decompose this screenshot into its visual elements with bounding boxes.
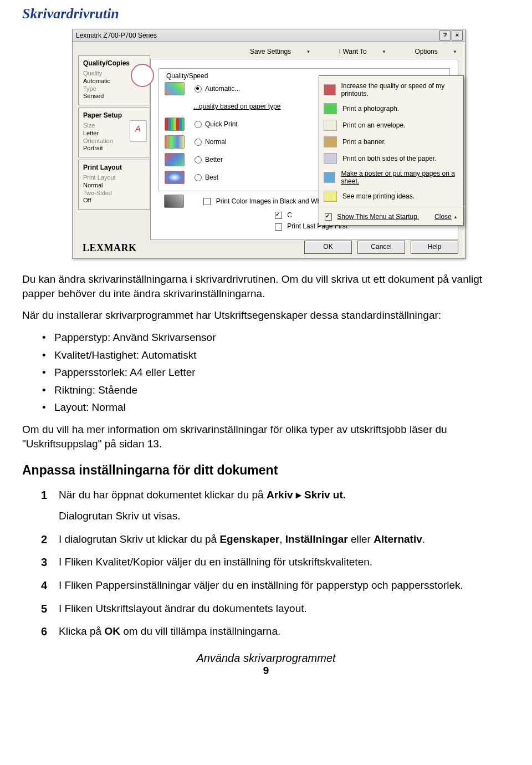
label-twosided: Two-Sided bbox=[83, 190, 145, 197]
printer-dialog: Lexmark Z700-P700 Series ? × Save Settin… bbox=[72, 29, 466, 259]
page-number: 9 bbox=[22, 665, 510, 677]
overlay-item-print-envelope[interactable]: Print on an envelope. bbox=[319, 117, 463, 134]
overlay-item-increase-quality[interactable]: Increase the quality or speed of my prin… bbox=[319, 79, 463, 100]
bullet-list: Papperstyp: Använd Skrivarsensor Kvalite… bbox=[39, 330, 510, 415]
label-layout: Print Layout bbox=[83, 174, 145, 182]
quality-swatch-icon bbox=[165, 118, 185, 131]
value-twosided: Off bbox=[83, 197, 145, 205]
tab-print-layout[interactable]: Print Layout Print Layout Normal Two-Sid… bbox=[78, 160, 150, 210]
tab-title: Print Layout bbox=[83, 164, 145, 172]
banner-icon bbox=[324, 136, 337, 147]
dialog-title: Lexmark Z700-P700 Series bbox=[75, 32, 438, 39]
step-3: I Fliken Kvalitet/Kopior väljer du en in… bbox=[39, 555, 510, 569]
options-menu[interactable]: Options ▼ bbox=[401, 48, 457, 55]
checkbox-show-startup-label: Show This Menu at Startup. bbox=[337, 213, 419, 221]
lexmark-logo: LEXMARK bbox=[83, 242, 137, 254]
photo-icon bbox=[324, 103, 337, 114]
tab-title: Paper Setup bbox=[83, 111, 145, 120]
checkbox-partial-label: C bbox=[287, 211, 292, 219]
quality-swatch-icon bbox=[165, 171, 185, 184]
paragraph: Du kan ändra skrivarinställningarna i sk… bbox=[22, 272, 510, 300]
label-type: Type bbox=[83, 85, 145, 93]
chevron-down-icon: ▼ bbox=[306, 49, 310, 54]
radio-quick-print[interactable] bbox=[195, 121, 202, 128]
sub-heading: Anpassa inställningarna för ditt dokumen… bbox=[22, 462, 510, 479]
group-legend: Quality/Speed bbox=[165, 72, 209, 80]
lightbulb-icon bbox=[324, 191, 337, 202]
help-button[interactable]: ? bbox=[439, 30, 451, 40]
step-6: Klicka på OK om du vill tillämpa inställ… bbox=[39, 624, 510, 639]
radio-quick-print-label: Quick Print bbox=[205, 120, 238, 128]
footer-text: Använda skrivarprogrammet bbox=[22, 652, 510, 665]
cancel-button[interactable]: Cancel bbox=[357, 241, 405, 254]
i-want-to-overlay: Increase the quality or speed of my prin… bbox=[319, 75, 464, 226]
checkbox-print-bw[interactable] bbox=[203, 198, 211, 205]
overlay-item-print-photo[interactable]: Print a photograph. bbox=[319, 100, 463, 117]
chevron-down-icon: ▼ bbox=[382, 49, 386, 54]
step-4: I Fliken Pappersinställningar väljer du … bbox=[39, 578, 510, 593]
value-layout: Normal bbox=[83, 182, 145, 190]
poster-icon bbox=[324, 172, 335, 183]
list-item: Kvalitet/Hastighet: Automatiskt bbox=[39, 348, 510, 363]
i-want-to-menu[interactable]: I Want To ▼ bbox=[326, 48, 386, 55]
chevron-down-icon: ▼ bbox=[453, 49, 457, 54]
help-button[interactable]: Help bbox=[411, 241, 458, 254]
radio-better-label: Better bbox=[205, 156, 223, 164]
radio-normal[interactable] bbox=[195, 139, 202, 146]
page-footer: Använda skrivarprogrammet 9 bbox=[22, 652, 510, 677]
numbered-steps: När du har öppnat dokumentet klickar du … bbox=[39, 488, 510, 638]
radio-automatic[interactable] bbox=[195, 85, 202, 93]
overlay-item-poster[interactable]: Make a poster or put many pages on a she… bbox=[319, 167, 463, 188]
close-button[interactable]: × bbox=[452, 30, 463, 40]
value-type: Sensed bbox=[83, 93, 145, 100]
envelope-icon bbox=[324, 120, 337, 131]
radio-better[interactable] bbox=[195, 156, 202, 164]
checkbox-last-page-first[interactable] bbox=[275, 223, 282, 231]
paper-icon: A bbox=[130, 120, 146, 141]
overlay-item-more-ideas[interactable]: See more printing ideas. bbox=[319, 188, 463, 205]
chevron-up-icon: ▲ bbox=[453, 215, 458, 220]
step-1-sub: Dialogrutan Skriv ut visas. bbox=[59, 509, 510, 523]
checkbox-show-startup[interactable] bbox=[325, 213, 332, 221]
radio-best-label: Best bbox=[205, 174, 218, 181]
list-item: Riktning: Stående bbox=[39, 383, 510, 397]
paragraph: Om du vill ha mer information om skrivar… bbox=[22, 422, 510, 451]
quality-based-link[interactable]: ...quality based on paper type bbox=[193, 103, 280, 110]
step-5: I Fliken Utskriftslayout ändrar du dokum… bbox=[39, 601, 510, 616]
dialog-titlebar: Lexmark Z700-P700 Series ? × bbox=[72, 29, 466, 42]
ok-button[interactable]: OK bbox=[304, 241, 352, 254]
quality-swatch-icon bbox=[165, 82, 185, 95]
tab-paper-setup[interactable]: Paper Setup Size Letter Orientation Port… bbox=[78, 108, 150, 157]
overlay-item-print-banner[interactable]: Print a banner. bbox=[319, 134, 463, 150]
duplex-icon bbox=[324, 153, 337, 164]
save-settings-menu[interactable]: Save Settings ▼ bbox=[237, 48, 310, 55]
checkbox-partial[interactable] bbox=[275, 212, 282, 219]
radio-automatic-label: Automatic... bbox=[205, 85, 240, 93]
overlay-close-link[interactable]: Close ▲ bbox=[434, 213, 458, 221]
overlay-item-print-both-sides[interactable]: Print on both sides of the paper. bbox=[319, 150, 463, 167]
checkbox-print-bw-label: Print Color Images in Black and White bbox=[216, 197, 328, 205]
radio-normal-label: Normal bbox=[205, 138, 227, 146]
value-orientation: Portrait bbox=[83, 145, 145, 152]
gear-icon bbox=[324, 84, 336, 95]
paragraph: När du installerar skrivarprogrammet har… bbox=[22, 308, 510, 323]
quality-swatch-icon bbox=[165, 153, 185, 166]
magnifier-icon bbox=[131, 64, 154, 87]
quality-swatch-icon bbox=[165, 135, 185, 149]
radio-best[interactable] bbox=[195, 174, 202, 181]
step-1: När du har öppnat dokumentet klickar du … bbox=[39, 488, 510, 523]
list-item: Papperstyp: Använd Skrivarsensor bbox=[39, 330, 510, 345]
list-item: Layout: Normal bbox=[39, 400, 510, 415]
list-item: Pappersstorlek: A4 eller Letter bbox=[39, 365, 510, 380]
step-2: I dialogrutan Skriv ut klickar du på Ege… bbox=[39, 532, 510, 547]
bw-swatch-icon bbox=[164, 195, 184, 208]
section-title: Skrivardrivrutin bbox=[22, 6, 510, 22]
